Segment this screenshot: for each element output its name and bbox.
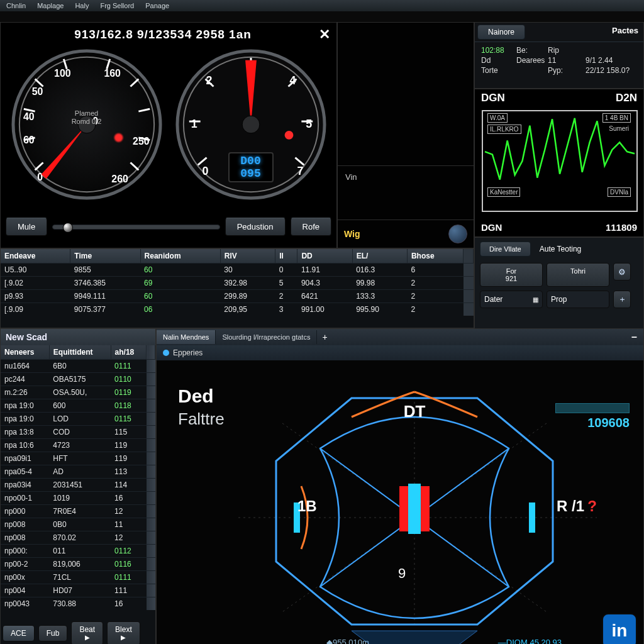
dater-input[interactable]: Dater ▦ bbox=[480, 291, 543, 308]
data-col-header[interactable]: Time bbox=[70, 249, 140, 264]
rofe-button[interactable]: Rofe bbox=[291, 218, 331, 236]
svg-point-41 bbox=[242, 116, 260, 133]
lb-label: 1B bbox=[297, 497, 317, 515]
readout: Dd bbox=[481, 56, 516, 65]
minimize-icon[interactable]: – bbox=[625, 329, 643, 345]
close-icon[interactable]: ✕ bbox=[319, 26, 330, 43]
list-item[interactable]: np00-2819,0060116 bbox=[1, 558, 155, 571]
list-item[interactable]: npa 19:06000118 bbox=[1, 399, 155, 413]
slider-thumb-icon[interactable] bbox=[63, 223, 73, 233]
dire-vllate-tab[interactable]: Dire Vllate bbox=[480, 242, 531, 257]
fub-button[interactable]: Fub bbox=[38, 625, 68, 641]
lcd-line2: 095 bbox=[240, 167, 260, 180]
mule-button[interactable]: Mule bbox=[6, 218, 47, 236]
pedustion-button[interactable]: Pedustion bbox=[225, 218, 286, 236]
svg-rect-51 bbox=[408, 484, 421, 534]
scad-col-header[interactable]: Neneers bbox=[1, 345, 49, 360]
cell: AD bbox=[49, 465, 111, 479]
dash-slider[interactable] bbox=[52, 225, 220, 230]
scad-col-header[interactable]: ah/18 bbox=[111, 345, 146, 360]
cell: 114 bbox=[111, 479, 146, 492]
table-row[interactable]: U5..9098556030011.91016.36 bbox=[1, 264, 474, 277]
add-tab-icon[interactable]: + bbox=[317, 330, 332, 344]
data-col-header[interactable]: EL/ bbox=[352, 249, 407, 264]
data-col-header[interactable]: Reanidom bbox=[140, 249, 220, 264]
cell: HFT bbox=[49, 452, 111, 465]
list-item[interactable]: pc244OBA51750110 bbox=[1, 373, 155, 386]
svg-text:0: 0 bbox=[37, 172, 43, 182]
tab-slourding[interactable]: Slourding l/Irraprecion gtatcs bbox=[216, 330, 317, 344]
svg-rect-53 bbox=[529, 502, 535, 533]
list-item[interactable]: np008870.0212 bbox=[1, 531, 155, 545]
menu-item[interactable]: Haly bbox=[75, 2, 89, 9]
list-item[interactable]: npo00-1101916 bbox=[1, 492, 155, 505]
table-row[interactable]: [.9.099075.37706209,953991.00995.902 bbox=[1, 303, 474, 316]
aute-teoting-label: Aute Teoting bbox=[535, 242, 587, 257]
menu-item[interactable]: Chnlin bbox=[6, 2, 26, 9]
data-col-header[interactable]: II bbox=[275, 249, 297, 264]
cell: 30 bbox=[220, 264, 275, 277]
ace-button[interactable]: ACE bbox=[3, 625, 35, 641]
cell: np00-2 bbox=[1, 558, 49, 571]
list-item[interactable]: np004HD07111 bbox=[1, 584, 155, 597]
cell: 2 bbox=[275, 290, 297, 303]
svg-text:40: 40 bbox=[23, 111, 34, 122]
tohri-button[interactable]: Tohri bbox=[547, 263, 609, 287]
scrollbar-icon[interactable] bbox=[147, 345, 155, 360]
list-item[interactable]: np000:0110112 bbox=[1, 545, 155, 558]
status-dot-icon bbox=[163, 350, 169, 356]
list-item[interactable]: npa 13:8COD115 bbox=[1, 426, 155, 439]
tab-nalin[interactable]: Nalin Mendnes bbox=[157, 330, 216, 344]
gear-icon[interactable]: ⚙ bbox=[613, 263, 631, 280]
nainore-tab[interactable]: Nainore bbox=[477, 25, 525, 40]
list-item[interactable]: np0080B011 bbox=[1, 518, 155, 531]
scad-col-header[interactable]: Equittident bbox=[49, 345, 111, 360]
beat-button[interactable]: Beat▶ bbox=[71, 621, 103, 644]
cell: 0B0 bbox=[49, 518, 111, 531]
data-col-header[interactable]: Endeave bbox=[1, 249, 70, 264]
readout: Rip bbox=[548, 46, 586, 55]
data-col-header[interactable]: DD bbox=[297, 249, 352, 264]
data-col-header[interactable]: Bhose bbox=[407, 249, 463, 264]
bottom-bar: ACE Fub Beat▶ Blext▶ bbox=[0, 623, 156, 644]
table-row[interactable]: [.9.023746.38569392.985904.399.982 bbox=[1, 277, 474, 290]
cell: 991.00 bbox=[297, 303, 352, 316]
cell: 119 bbox=[111, 439, 146, 452]
list-item[interactable]: npa09i1HFT119 bbox=[1, 452, 155, 465]
btm-left: ◆955 010m bbox=[326, 638, 369, 644]
menu-item[interactable]: Panage bbox=[145, 2, 169, 9]
list-item[interactable]: np0007R0E412 bbox=[1, 505, 155, 518]
list-item[interactable]: nu16646B00111 bbox=[1, 360, 155, 373]
list-item[interactable]: m.2:26OSA.50U,0119 bbox=[1, 386, 155, 399]
cell: np0043 bbox=[1, 597, 49, 611]
linkedin-icon[interactable]: in bbox=[602, 613, 637, 644]
info-panel: Nainore Pactes 102:88 Be: Rip Dd Dearees… bbox=[474, 22, 644, 89]
prop-input[interactable]: Prop bbox=[547, 291, 609, 308]
data-table-panel: EndeaveTimeReanidomRIVIIDDEL/Bhose U5..9… bbox=[0, 248, 474, 328]
list-item[interactable]: npa 19:0LOD0115 bbox=[1, 413, 155, 426]
for-button[interactable]: For 921 bbox=[480, 263, 543, 287]
vin-label: Vin bbox=[345, 172, 357, 182]
cell: 60 bbox=[140, 264, 220, 277]
cell: 60 bbox=[140, 290, 220, 303]
cell: 870.02 bbox=[49, 531, 111, 545]
menu-item[interactable]: Frg Sellord bbox=[100, 2, 134, 9]
list-item[interactable]: np0043730.8816 bbox=[1, 597, 155, 611]
list-item[interactable]: npa05-4AD113 bbox=[1, 465, 155, 479]
cell: 0118 bbox=[111, 399, 146, 413]
cell: m.2:26 bbox=[1, 386, 49, 399]
dashboard-icon[interactable] bbox=[448, 225, 467, 243]
wave-box: KaNestter bbox=[487, 187, 520, 197]
readout: Dearees bbox=[516, 56, 548, 65]
list-item[interactable]: npa03i42031451114 bbox=[1, 479, 155, 492]
list-item[interactable]: npa 10:64723119 bbox=[1, 439, 155, 452]
table-row[interactable]: p9.939949.11160299.8926421133.32 bbox=[1, 290, 474, 303]
menu-item[interactable]: Maplage bbox=[37, 2, 64, 9]
info-readouts: 102:88 Be: Rip Dd Dearees 11 9/1 2.44 To… bbox=[475, 42, 643, 79]
list-item[interactable]: np00x71CL0111 bbox=[1, 571, 155, 584]
data-col-header[interactable]: RIV bbox=[220, 249, 275, 264]
scrollbar-icon[interactable] bbox=[464, 249, 474, 264]
cell: 12 bbox=[111, 505, 146, 518]
blext-button[interactable]: Blext▶ bbox=[107, 621, 140, 644]
plus-icon[interactable]: ＋ bbox=[613, 291, 631, 308]
